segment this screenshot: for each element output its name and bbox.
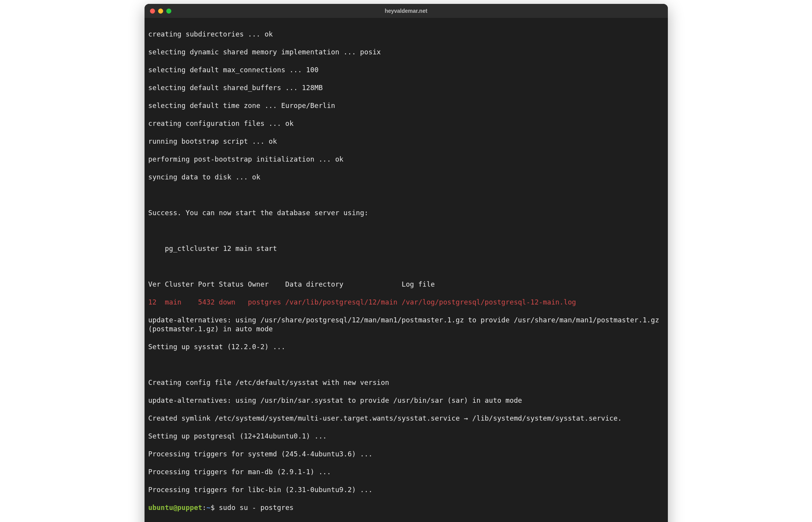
output-line: selecting default max_connections ... 10… <box>148 66 664 75</box>
prompt-line: ubuntu@puppet:~$ sudo su - postgres <box>148 503 664 512</box>
output-line: update-alternatives: using /usr/share/po… <box>148 316 664 334</box>
prompt-colon: : <box>202 504 207 512</box>
prompt-path: ~ <box>206 504 211 512</box>
output-line: selecting dynamic shared memory implemen… <box>148 48 664 57</box>
maximize-icon[interactable] <box>166 9 171 14</box>
terminal-window: heyvaldemar.net creating subdirectories … <box>145 4 668 522</box>
output-line-error: 12 main 5432 down postgres /var/lib/post… <box>148 298 664 307</box>
output-line: Processing triggers for systemd (245.4-4… <box>148 450 664 459</box>
output-line: selecting default shared_buffers ... 128… <box>148 84 664 92</box>
blank-line <box>148 226 664 235</box>
window-title: heyvaldemar.net <box>145 8 668 14</box>
output-line: performing post-bootstrap initialization… <box>148 155 664 164</box>
close-icon[interactable] <box>150 9 155 14</box>
command-text: sudo su - postgres <box>219 504 293 512</box>
minimize-icon[interactable] <box>158 9 163 14</box>
output-line: Success. You can now start the database … <box>148 209 664 218</box>
output-line: Setting up sysstat (12.2.0-2) ... <box>148 343 664 351</box>
output-line: running bootstrap script ... ok <box>148 137 664 146</box>
output-line: update-alternatives: using /usr/bin/sar.… <box>148 396 664 405</box>
output-line: pg_ctlcluster 12 main start <box>148 244 664 253</box>
blank-line <box>148 262 664 271</box>
output-line: syncing data to disk ... ok <box>148 173 664 182</box>
output-line: Setting up postgresql (12+214ubuntu0.1) … <box>148 432 664 441</box>
prompt-user: ubuntu <box>148 504 173 512</box>
terminal-body[interactable]: creating subdirectories ... ok selecting… <box>145 18 668 522</box>
prompt-at: @ <box>173 504 178 512</box>
output-line: Processing triggers for man-db (2.9.1-1)… <box>148 468 664 477</box>
output-line: selecting default time zone ... Europe/B… <box>148 101 664 110</box>
blank-line <box>148 191 664 200</box>
output-line: Processing triggers for libc-bin (2.31-0… <box>148 485 664 494</box>
prompt-dollar: $ <box>211 504 219 512</box>
output-line: Creating config file /etc/default/syssta… <box>148 378 664 387</box>
prompt-host: puppet <box>177 504 202 512</box>
output-line: Ver Cluster Port Status Owner Data direc… <box>148 280 664 289</box>
output-line: creating configuration files ... ok <box>148 119 664 128</box>
traffic-lights <box>150 9 171 14</box>
title-bar: heyvaldemar.net <box>145 4 668 18</box>
blank-line <box>148 360 664 369</box>
output-line: Created symlink /etc/systemd/system/mult… <box>148 414 664 423</box>
output-line: creating subdirectories ... ok <box>148 30 664 39</box>
